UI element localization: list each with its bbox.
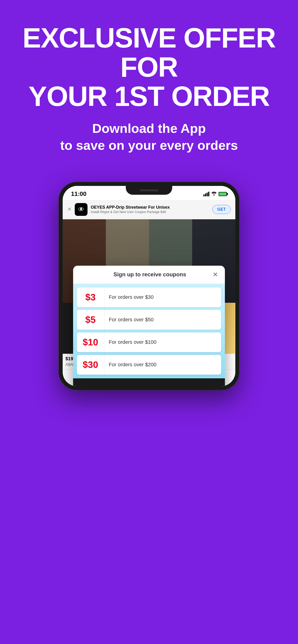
status-time: 11:00 — [71, 190, 87, 198]
hero-section: EXCLUSIVE OFFER FOR YOUR 1ST ORDER Downl… — [0, 0, 298, 168]
collect-all-button[interactable]: COLLECT ALL — [73, 378, 225, 386]
popup-header: Sign up to receive coupons ✕ — [73, 266, 225, 284]
coupon-amount-text-2: $5 — [85, 314, 96, 325]
coupon-amount-text-4: $30 — [83, 360, 98, 370]
coupon-popup-overlay: Sign up to receive coupons ✕ $3 For orde… — [63, 219, 235, 303]
speaker — [140, 190, 158, 191]
popup-title: Sign up to receive coupons — [87, 271, 213, 278]
hero-subtitle-line2: to save on your every orders — [60, 138, 238, 152]
app-get-button[interactable]: GET — [212, 205, 231, 214]
hero-title-line2: FOR — [120, 52, 178, 82]
hero-title-line3: YOUR 1ST ORDER — [29, 81, 270, 112]
app-banner-close-icon[interactable]: ✕ — [67, 206, 72, 212]
coupon-item-3: $10 For orders over $100 — [77, 332, 221, 352]
coupon-desc-4: For orders over $200 — [105, 355, 221, 374]
status-icons — [203, 191, 227, 197]
hero-subtitle: Download the App to save on your every o… — [14, 120, 284, 154]
coupon-desc-2: For orders over $50 — [105, 310, 221, 330]
popup-close-button[interactable]: ✕ — [213, 271, 218, 278]
app-info: OEYES APP-Drip Streetwear For Unisex Ins… — [91, 205, 209, 214]
app-banner: ✕ 👁 OEYES APP-Drip Streetwear For Unisex… — [63, 200, 235, 219]
coupon-desc-3: For orders over $100 — [105, 332, 221, 352]
coupon-amount-text-1: $3 — [85, 292, 96, 302]
coupon-amount-text-3: $10 — [83, 337, 98, 348]
coupon-item-2: $5 For orders over $50 — [77, 310, 221, 330]
wifi-icon — [211, 191, 217, 197]
phone-notch — [126, 186, 172, 195]
coupon-popup: Sign up to receive coupons ✕ $3 For orde… — [73, 266, 225, 386]
app-icon: 👁 — [75, 203, 88, 216]
svg-point-0 — [213, 194, 215, 196]
signal-bars-icon — [203, 192, 209, 196]
coupon-item-1: $3 For orders over $30 — [77, 288, 221, 307]
coupon-list: $3 For orders over $30 $5 — [73, 284, 225, 378]
hero-subtitle-line1: Download the App — [92, 121, 206, 136]
coupon-amount-2: $5 — [77, 310, 105, 330]
eye-icon: 👁 — [78, 206, 85, 213]
hero-title: EXCLUSIVE OFFER FOR YOUR 1ST ORDER — [14, 23, 284, 111]
hero-title-line1: EXCLUSIVE OFFER — [23, 22, 275, 53]
app-name: OEYES APP-Drip Streetwear For Unisex — [91, 205, 209, 210]
phone-container: 11:00 — [0, 168, 298, 409]
coupon-item-4: $30 For orders over $200 — [77, 355, 221, 374]
coupon-amount-4: $30 — [77, 355, 105, 374]
phone-screen: 11:00 — [63, 186, 235, 386]
phone-frame: 11:00 — [59, 182, 239, 390]
coupon-desc-1: For orders over $30 — [105, 288, 221, 307]
coupon-desc-text-3: For orders over $100 — [109, 339, 156, 345]
battery-icon — [219, 192, 227, 196]
hero-image-section: NEW ARRIVAL UP TO Sign up to receive cou… — [63, 219, 235, 303]
coupon-amount-1: $3 — [77, 288, 105, 307]
coupon-amount-3: $10 — [77, 332, 105, 352]
coupon-desc-text-2: For orders over $50 — [109, 317, 154, 323]
coupon-desc-text-4: For orders over $200 — [109, 362, 156, 368]
app-desc: Install Regist & Get New User Coupon Pac… — [91, 210, 209, 214]
coupon-desc-text-1: For orders over $30 — [109, 294, 154, 300]
